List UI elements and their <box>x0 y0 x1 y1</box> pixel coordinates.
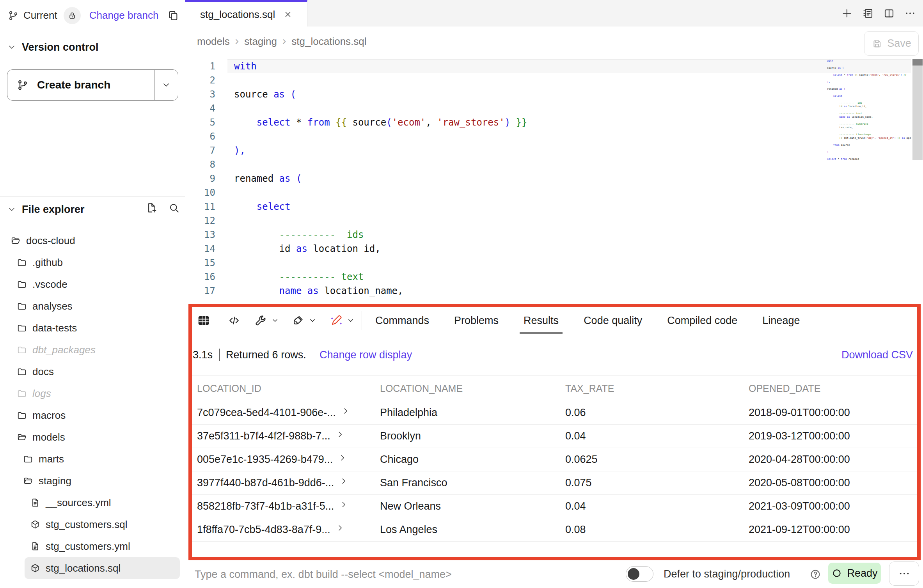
status-bar: Defer to staging/production Ready <box>185 560 923 588</box>
expand-chevron-icon[interactable] <box>339 500 348 509</box>
download-csv-link[interactable]: Download CSV <box>841 334 913 375</box>
editor-scrollbar[interactable] <box>912 59 923 160</box>
tree-item--vscode[interactable]: .vscode <box>0 273 185 295</box>
tree-item-label: __sources.yml <box>46 497 111 509</box>
lock-icon <box>67 11 77 20</box>
returned-rows: Returned 6 rows. <box>226 349 306 361</box>
scrollbar-thumb[interactable] <box>912 59 923 66</box>
results-table-icon[interactable] <box>197 314 210 327</box>
expand-chevron-icon[interactable] <box>336 430 344 439</box>
code-line: 1with <box>185 59 923 73</box>
minimap-line <box>827 119 911 122</box>
split-editor-icon[interactable] <box>883 7 895 19</box>
tree-item-dbt-packages[interactable]: dbt_packages <box>0 339 185 361</box>
code-preview-icon[interactable] <box>228 314 240 327</box>
cell-tax-rate: 0.0625 <box>565 453 749 466</box>
tree-item-logs[interactable]: logs <box>0 383 185 404</box>
tree-item-staging[interactable]: staging <box>0 470 185 492</box>
ai-edit-icon[interactable] <box>330 314 343 327</box>
table-row[interactable]: 3977f440-b87d-461b-9dd6-...San Francisco… <box>192 471 917 495</box>
cell-location-id: 7c079cea-5ed4-4101-906e-... <box>197 407 336 419</box>
change-branch-link[interactable]: Change branch <box>89 9 159 21</box>
expand-chevron-icon[interactable] <box>339 477 348 485</box>
minimap-line <box>827 129 911 133</box>
results-table-body: 7c079cea-5ed4-4101-906e-...Philadelphia0… <box>192 401 917 542</box>
expand-chevron-icon[interactable] <box>338 453 347 462</box>
table-row[interactable]: 1f8ffa70-7cb5-4d83-8a7f-9...Los Angeles0… <box>192 518 917 542</box>
file-explorer-header[interactable]: File explorer <box>7 200 85 219</box>
close-icon[interactable] <box>284 10 292 19</box>
chevron-down-icon <box>162 80 171 90</box>
cell-tax-rate: 0.08 <box>565 524 749 536</box>
search-icon[interactable] <box>168 202 180 214</box>
change-row-display-link[interactable]: Change row display <box>320 334 412 375</box>
new-tab-icon[interactable] <box>841 7 853 19</box>
panel-tab-commands[interactable]: Commands <box>375 307 429 334</box>
minimap[interactable]: withsource as ( select * from {{ source(… <box>827 59 911 161</box>
chevron-down-icon[interactable] <box>309 317 316 324</box>
tree-item-docs-cloud[interactable]: docs-cloud <box>0 230 185 251</box>
indent-guide <box>257 214 257 298</box>
command-input[interactable] <box>194 560 586 588</box>
tree-item-stg-customers-sql[interactable]: stg_customers.sql <box>0 514 185 535</box>
table-row[interactable]: 005e7e1c-1935-4269-b479...Chicago0.06252… <box>192 448 917 471</box>
status-badge: Ready <box>828 563 881 584</box>
minimap-line: ---------- timestamps <box>827 133 911 136</box>
format-broom-icon[interactable] <box>292 314 304 327</box>
help-icon[interactable] <box>809 569 821 580</box>
table-row[interactable]: 7c079cea-5ed4-4101-906e-...Philadelphia0… <box>192 401 917 425</box>
cell-location-name: Brooklyn <box>380 430 565 442</box>
tab-stg-locations[interactable]: stg_locations.sql <box>185 0 307 27</box>
tree-item-stg-customers-yml[interactable]: stg_customers.yml <box>0 535 185 557</box>
tree-item-stg-locations-sql[interactable]: stg_locations.sql <box>25 557 180 579</box>
tree-item-docs[interactable]: docs <box>0 361 185 383</box>
create-branch-dropdown[interactable] <box>154 70 178 100</box>
defer-label: Defer to staging/production <box>664 560 790 588</box>
folder-open-icon <box>17 432 27 442</box>
more-options-icon[interactable] <box>904 7 916 19</box>
new-file-icon[interactable] <box>146 202 157 214</box>
tree-item-analyses[interactable]: analyses <box>0 295 185 317</box>
tree-item--github[interactable]: .github <box>0 251 185 273</box>
expand-chevron-icon[interactable] <box>341 407 350 415</box>
chevron-down-icon <box>7 43 16 52</box>
tree-item-marts[interactable]: marts <box>0 448 185 470</box>
changelog-icon[interactable] <box>862 7 874 19</box>
save-button[interactable]: Save <box>864 31 919 56</box>
expand-chevron-icon[interactable] <box>336 524 344 532</box>
branch-icon <box>8 10 19 21</box>
cell-location-name: San Francisco <box>380 477 565 489</box>
chevron-down-icon[interactable] <box>271 317 279 324</box>
table-row[interactable]: 858218fb-73f7-4b1b-a31f-5...New Orleans0… <box>192 495 917 518</box>
build-wrench-icon[interactable] <box>254 314 267 327</box>
summary-divider <box>219 349 220 361</box>
minimap-line <box>827 108 911 112</box>
tree-item--sources-yml[interactable]: __sources.yml <box>0 492 185 514</box>
create-branch-button[interactable]: Create branch <box>7 69 178 101</box>
table-row[interactable]: 37e5f311-b7f4-4f2f-988b-7...Brooklyn0.04… <box>192 425 917 448</box>
more-actions-button[interactable] <box>889 561 919 586</box>
query-time: 3.1s <box>193 349 213 361</box>
panel-tab-lineage[interactable]: Lineage <box>762 307 800 334</box>
results-panel: CommandsProblemsResultsCode qualityCompi… <box>188 304 921 560</box>
tree-item-models[interactable]: models <box>0 426 185 448</box>
copy-icon[interactable] <box>167 10 179 21</box>
minimap-line <box>827 91 911 94</box>
chevron-down-icon <box>7 205 16 214</box>
tree-item-data-tests[interactable]: data-tests <box>0 317 185 339</box>
panel-tab-compiled-code[interactable]: Compiled code <box>667 307 737 334</box>
panel-tab-problems[interactable]: Problems <box>454 307 499 334</box>
code-line: 3source as ( <box>185 87 923 101</box>
minimap-line: ---------- text <box>827 112 911 115</box>
tab-title: stg_locations.sql <box>200 9 275 21</box>
chevron-down-icon[interactable] <box>347 317 355 324</box>
version-control-header[interactable]: Version control <box>7 37 99 57</box>
panel-tab-results[interactable]: Results <box>524 307 559 334</box>
cell-tax-rate: 0.04 <box>565 430 749 442</box>
version-control-title: Version control <box>22 41 99 53</box>
tree-item-macros[interactable]: macros <box>0 404 185 426</box>
file-explorer-actions <box>146 202 180 214</box>
defer-toggle[interactable] <box>626 566 653 582</box>
code-line: 14 id as location_id, <box>185 242 923 256</box>
panel-tab-code-quality[interactable]: Code quality <box>584 307 642 334</box>
